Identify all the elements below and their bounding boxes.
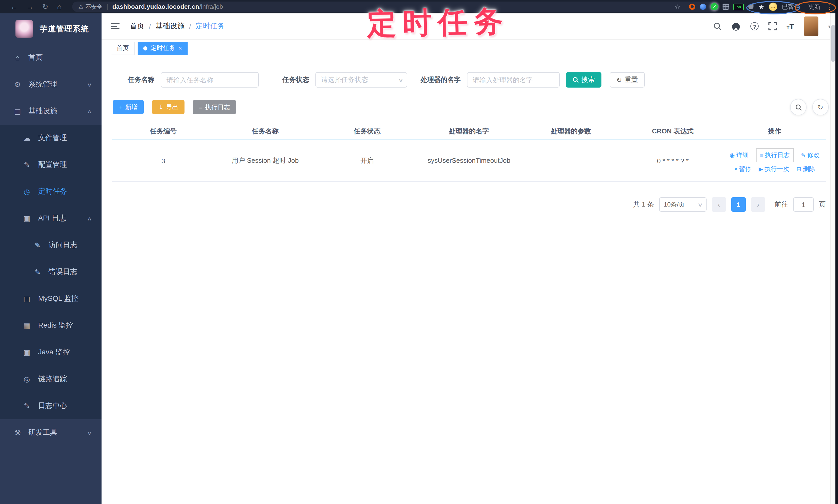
- current-page-button[interactable]: 1: [731, 197, 746, 212]
- chevron-up-icon: ∧: [87, 216, 92, 221]
- annotation-title: 定时任务: [366, 2, 509, 44]
- breadcrumb-infra[interactable]: 基础设施: [156, 22, 185, 31]
- github-icon[interactable]: [732, 22, 741, 31]
- timer-icon: ◷: [22, 187, 32, 196]
- sidebar-item-mysql-monitor[interactable]: ▤ MySQL 监控: [0, 285, 102, 312]
- row-execution-log-link[interactable]: ≡ 执行日志: [756, 148, 794, 162]
- toggle-search-button[interactable]: [790, 99, 806, 115]
- pause-link[interactable]: × 暂停: [734, 165, 751, 173]
- next-page-button[interactable]: ›: [751, 197, 765, 212]
- export-button-label: 导出: [166, 103, 178, 111]
- tab-home[interactable]: 首页: [111, 41, 135, 55]
- sidebar-item-infra[interactable]: ▥ 基础设施 ∧: [0, 98, 102, 125]
- extension-blue-icon[interactable]: [700, 4, 706, 10]
- sidebar-item-error-log[interactable]: ✎ 错误日志: [0, 258, 102, 285]
- extension-grid-icon[interactable]: [723, 4, 729, 10]
- sidebar-toggle-icon[interactable]: [111, 23, 120, 29]
- sidebar-logo[interactable]: 芋道管理系统: [0, 13, 102, 44]
- goto-page-input[interactable]: [793, 197, 814, 212]
- tab-bar: 首页 定时任务 ×: [102, 40, 838, 57]
- execution-log-button[interactable]: ≡ 执行日志: [193, 100, 236, 114]
- sidebar-item-label: 文件管理: [38, 133, 67, 143]
- scrollbar-thumb[interactable]: [831, 25, 835, 62]
- app-title: 芋道管理系统: [40, 24, 89, 34]
- tab-label: 首页: [117, 44, 129, 53]
- search-button-label: 搜索: [581, 75, 595, 85]
- select-placeholder: 请选择任务状态: [321, 75, 368, 85]
- error-log-icon: ✎: [33, 268, 42, 276]
- sidebar-item-label: 研发工具: [28, 428, 57, 437]
- sidebar-item-label: 配置管理: [38, 160, 67, 169]
- detail-link[interactable]: ◉ 详细: [730, 151, 749, 159]
- search-button[interactable]: 搜索: [566, 72, 601, 88]
- sidebar-item-dev-tools[interactable]: ⚒ 研发工具 ∨: [0, 419, 102, 446]
- download-icon: ↧: [158, 104, 163, 111]
- run-once-link[interactable]: ▶ 执行一次: [758, 165, 789, 173]
- tab-close-icon[interactable]: ×: [178, 44, 182, 52]
- home-icon[interactable]: ⌂: [57, 3, 61, 10]
- sidebar-item-label: 链路追踪: [38, 375, 67, 384]
- refresh-button[interactable]: ↻: [812, 99, 829, 115]
- edit-icon: ✎: [22, 161, 32, 169]
- breadcrumb: 首页 / 基础设施 / 定时任务: [130, 22, 225, 31]
- prev-page-button[interactable]: ‹: [712, 197, 726, 212]
- job-name-input[interactable]: [161, 72, 259, 88]
- search-icon[interactable]: [714, 22, 722, 30]
- table-toolbar: + 新增 ↧ 导出 ≡ 执行日志: [113, 100, 838, 114]
- screenshot-root: ← → ↻ ⌂ ⚠ 不安全 | dashboard.yudao.iocoder.…: [0, 0, 838, 504]
- handler-name-input[interactable]: [467, 72, 560, 88]
- extension-orange-icon[interactable]: [689, 4, 696, 10]
- edit-link[interactable]: ✎ 修改: [801, 151, 819, 159]
- sidebar-item-redis-monitor[interactable]: ▦ Redis 监控: [0, 312, 102, 339]
- breadcrumb-current: 定时任务: [196, 22, 225, 31]
- add-button[interactable]: + 新增: [113, 100, 144, 114]
- sidebar-item-system[interactable]: ⚙ 系统管理 ∨: [0, 71, 102, 98]
- eye-icon: ◉: [730, 152, 735, 158]
- extension-on-badge[interactable]: on: [734, 3, 744, 10]
- col-job-name: 任务名称: [214, 127, 316, 136]
- export-button[interactable]: ↧ 导出: [152, 100, 185, 114]
- back-icon[interactable]: ←: [10, 3, 18, 10]
- refresh-icon: ↻: [616, 76, 622, 84]
- fullscreen-icon[interactable]: [769, 22, 777, 30]
- job-status-select[interactable]: 请选择任务状态 ∨: [315, 72, 407, 88]
- sidebar-item-label: 日志中心: [38, 401, 67, 411]
- sidebar-item-config-manage[interactable]: ✎ 配置管理: [0, 151, 102, 178]
- sidebar-item-label: Redis 监控: [38, 321, 73, 330]
- sidebar-item-api-log[interactable]: ▣ API 日志 ∧: [0, 205, 102, 232]
- sidebar-item-scheduled-job[interactable]: ◷ 定时任务: [0, 178, 102, 205]
- cell-job-status: 开启: [316, 156, 418, 165]
- sidebar-item-home[interactable]: ⌂ 首页: [0, 44, 102, 71]
- page-size-select[interactable]: 10条/页 ∨: [659, 197, 706, 212]
- help-icon[interactable]: ?: [751, 22, 759, 30]
- app-shell: 芋道管理系统 ⌂ 首页 ⚙ 系统管理 ∨ ▥ 基础设施 ∧ ☁ 文件管理: [0, 13, 838, 504]
- bookmark-star-icon[interactable]: ☆: [674, 3, 680, 11]
- avatar[interactable]: [804, 17, 818, 36]
- active-dot: [143, 46, 147, 50]
- col-job-id: 任务编号: [112, 127, 214, 136]
- font-size-icon[interactable]: TT: [787, 22, 794, 31]
- sidebar-item-file-manage[interactable]: ☁ 文件管理: [0, 125, 102, 151]
- home-icon: ⌂: [13, 54, 22, 62]
- reload-icon[interactable]: ↻: [42, 3, 48, 10]
- sidebar-item-java-monitor[interactable]: ▣ Java 监控: [0, 339, 102, 366]
- security-warning[interactable]: ⚠ 不安全: [78, 3, 103, 11]
- scrollbar[interactable]: [830, 13, 835, 504]
- delete-link[interactable]: ⊟ 删除: [797, 165, 815, 173]
- security-label: 不安全: [86, 3, 103, 11]
- java-monitor-icon: ▣: [22, 348, 32, 356]
- extension-green-check-icon[interactable]: ✓: [711, 3, 718, 10]
- forward-icon[interactable]: →: [26, 3, 34, 10]
- sidebar-item-log-center[interactable]: ✎ 日志中心: [0, 393, 102, 419]
- warning-icon: ⚠: [78, 3, 84, 10]
- sidebar-item-tracing[interactable]: ◎ 链路追踪: [0, 366, 102, 393]
- tab-scheduled-job[interactable]: 定时任务 ×: [138, 41, 188, 55]
- breadcrumb-home[interactable]: 首页: [130, 22, 144, 31]
- log-center-icon: ✎: [22, 402, 32, 410]
- window-edge: [835, 0, 838, 504]
- cell-actions: ◉ 详细 ≡ 执行日志 ✎ 修改: [724, 145, 826, 176]
- total-count: 共 1 条: [633, 200, 654, 209]
- job-name-label: 任务名称: [128, 75, 155, 85]
- reset-button[interactable]: ↻ 重置: [610, 72, 645, 88]
- sidebar-item-access-log[interactable]: ✎ 访问日志: [0, 232, 102, 258]
